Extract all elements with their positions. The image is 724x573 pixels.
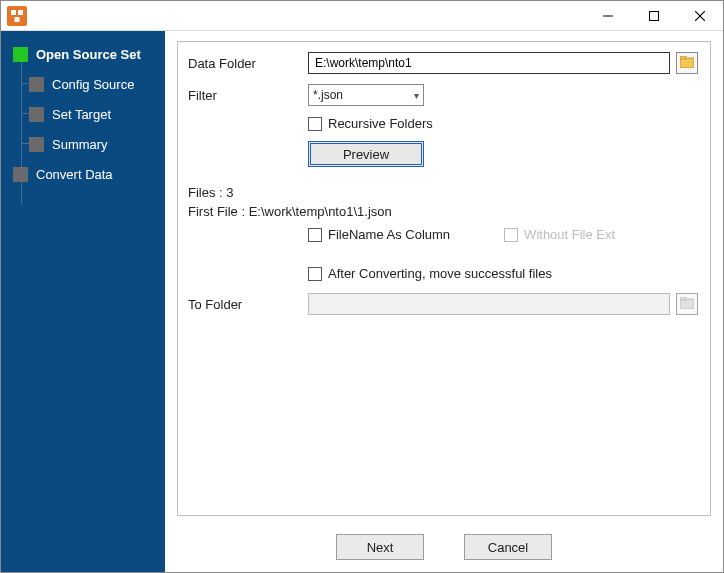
to-folder-label: To Folder [188,297,308,312]
step-summary[interactable]: Summary [1,129,165,159]
step-open-source-set[interactable]: Open Source Set [1,39,165,69]
first-file-line: First File : E:\work\temp\nto1\1.json [188,204,698,219]
step-label: Set Target [52,107,111,122]
step-label: Config Source [52,77,134,92]
browse-to-folder-button [676,293,698,315]
preview-button-label: Preview [343,147,389,162]
data-folder-label: Data Folder [188,56,308,71]
step-set-target[interactable]: Set Target [1,99,165,129]
step-icon [29,77,44,92]
without-file-ext-checkbox [504,228,518,242]
titlebar [1,1,723,31]
to-folder-input [308,293,670,315]
content-area: Data Folder Filter *.json ▾ [165,31,723,572]
chevron-down-icon: ▾ [414,90,419,101]
recursive-folders-label: Recursive Folders [328,116,433,131]
wizard-sidebar: Open Source Set Config Source Set Target… [1,31,165,572]
app-window: Open Source Set Config Source Set Target… [0,0,724,573]
cancel-button[interactable]: Cancel [464,534,552,560]
svg-rect-0 [11,10,16,15]
filter-value: *.json [313,88,343,102]
data-folder-input[interactable] [308,52,670,74]
filename-as-column-option: FileName As Column [308,227,450,242]
step-convert-data[interactable]: Convert Data [1,159,165,189]
filename-as-column-label: FileName As Column [328,227,450,242]
recursive-folders-checkbox[interactable] [308,117,322,131]
step-active-icon [13,47,28,62]
cancel-button-label: Cancel [488,540,528,555]
svg-rect-8 [680,56,686,59]
svg-rect-7 [680,58,694,68]
filter-label: Filter [188,88,308,103]
step-label: Convert Data [36,167,113,182]
svg-rect-4 [650,11,659,20]
source-panel: Data Folder Filter *.json ▾ [177,41,711,516]
files-count-line: Files : 3 [188,185,698,200]
step-icon [29,137,44,152]
maximize-button[interactable] [631,1,677,31]
svg-rect-10 [680,297,686,300]
wizard-footer: Next Cancel [165,522,723,572]
step-label: Summary [52,137,108,152]
preview-button[interactable]: Preview [308,141,424,167]
move-successful-checkbox[interactable] [308,267,322,281]
minimize-button[interactable] [585,1,631,31]
browse-data-folder-button[interactable] [676,52,698,74]
without-file-ext-option: Without File Ext [504,227,615,242]
svg-rect-1 [18,10,23,15]
step-config-source[interactable]: Config Source [1,69,165,99]
app-icon [7,6,27,26]
close-button[interactable] [677,1,723,31]
move-successful-label: After Converting, move successful files [328,266,552,281]
next-button[interactable]: Next [336,534,424,560]
step-icon [13,167,28,182]
filename-as-column-checkbox[interactable] [308,228,322,242]
step-label: Open Source Set [36,47,141,62]
filter-select[interactable]: *.json ▾ [308,84,424,106]
svg-rect-2 [15,17,20,22]
next-button-label: Next [367,540,394,555]
without-file-ext-label: Without File Ext [524,227,615,242]
folder-icon [680,56,694,71]
folder-icon [680,297,694,312]
step-icon [29,107,44,122]
svg-rect-9 [680,299,694,309]
